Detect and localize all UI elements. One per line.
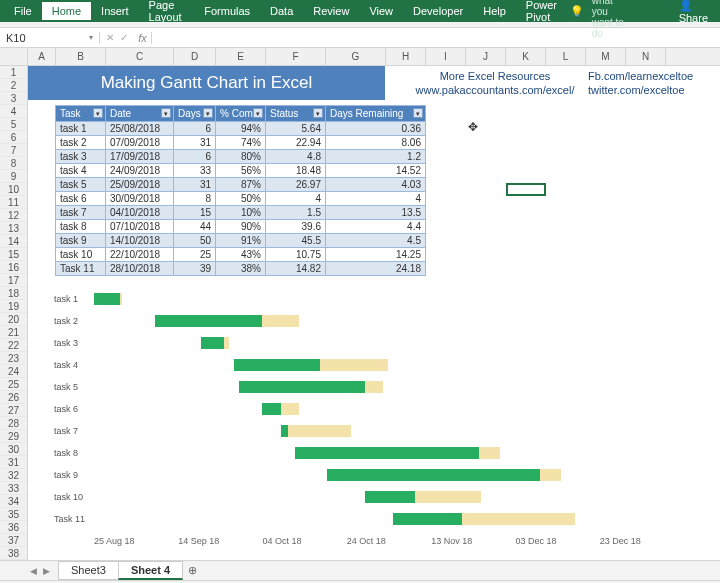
row-header-11[interactable]: 11 [0, 196, 27, 209]
table-cell[interactable]: 4.5 [326, 234, 426, 248]
check-icon[interactable]: ✓ [120, 32, 128, 43]
row-header-20[interactable]: 20 [0, 313, 27, 326]
table-cell[interactable]: 24.18 [326, 262, 426, 276]
table-cell[interactable]: 10.75 [266, 248, 326, 262]
table-cell[interactable]: task 2 [56, 136, 106, 150]
sheet-tab[interactable]: Sheet3 [58, 561, 119, 580]
table-row[interactable]: task 1022/10/20182543%10.7514.25 [56, 248, 426, 262]
table-cell[interactable]: task 7 [56, 206, 106, 220]
col-header-C[interactable]: C [106, 48, 174, 65]
table-cell[interactable]: 25/08/2018 [106, 122, 174, 136]
table-cell[interactable]: 45.5 [266, 234, 326, 248]
table-cell[interactable]: 17/09/2018 [106, 150, 174, 164]
table-row[interactable]: task 207/09/20183174%22.948.06 [56, 136, 426, 150]
table-cell[interactable]: 14.52 [326, 164, 426, 178]
table-cell[interactable]: 1.5 [266, 206, 326, 220]
table-cell[interactable]: task 5 [56, 178, 106, 192]
table-cell[interactable]: 74% [216, 136, 266, 150]
table-cell[interactable]: task 6 [56, 192, 106, 206]
ribbon-tab-data[interactable]: Data [260, 2, 303, 20]
table-header[interactable]: % Com▾ [216, 106, 266, 122]
table-cell[interactable]: 38% [216, 262, 266, 276]
table-cell[interactable]: 0.36 [326, 122, 426, 136]
table-cell[interactable]: 22.94 [266, 136, 326, 150]
table-cell[interactable]: 33 [174, 164, 216, 178]
row-header-2[interactable]: 2 [0, 79, 27, 92]
table-cell[interactable]: 50% [216, 192, 266, 206]
col-header-N[interactable]: N [626, 48, 666, 65]
row-header-10[interactable]: 10 [0, 183, 27, 196]
table-cell[interactable]: 04/10/2018 [106, 206, 174, 220]
table-row[interactable]: task 317/09/2018680%4.81.2 [56, 150, 426, 164]
row-header-4[interactable]: 4 [0, 105, 27, 118]
table-row[interactable]: task 525/09/20183187%26.974.03 [56, 178, 426, 192]
table-row[interactable]: Task 1128/10/20183938%14.8224.18 [56, 262, 426, 276]
table-cell[interactable]: task 1 [56, 122, 106, 136]
ribbon-tab-insert[interactable]: Insert [91, 2, 139, 20]
row-header-7[interactable]: 7 [0, 144, 27, 157]
col-header-E[interactable]: E [216, 48, 266, 65]
row-header-37[interactable]: 37 [0, 534, 27, 547]
table-header[interactable]: Date▾ [106, 106, 174, 122]
row-header-12[interactable]: 12 [0, 209, 27, 222]
filter-dropdown-icon[interactable]: ▾ [413, 108, 423, 118]
row-header-16[interactable]: 16 [0, 261, 27, 274]
row-header-21[interactable]: 21 [0, 326, 27, 339]
table-cell[interactable]: 5.64 [266, 122, 326, 136]
row-header-23[interactable]: 23 [0, 352, 27, 365]
row-header-5[interactable]: 5 [0, 118, 27, 131]
col-header-J[interactable]: J [466, 48, 506, 65]
table-cell[interactable]: 8 [174, 192, 216, 206]
row-header-22[interactable]: 22 [0, 339, 27, 352]
row-header-34[interactable]: 34 [0, 495, 27, 508]
table-cell[interactable]: 6 [174, 122, 216, 136]
ribbon-tab-file[interactable]: File [4, 2, 42, 20]
row-header-6[interactable]: 6 [0, 131, 27, 144]
table-cell[interactable]: task 10 [56, 248, 106, 262]
filter-dropdown-icon[interactable]: ▾ [161, 108, 171, 118]
filter-dropdown-icon[interactable]: ▾ [313, 108, 323, 118]
table-cell[interactable]: 1.2 [326, 150, 426, 164]
row-header-1[interactable]: 1 [0, 66, 27, 79]
add-sheet-button[interactable]: ⊕ [182, 564, 202, 577]
table-cell[interactable]: 56% [216, 164, 266, 178]
cells[interactable]: Making Gantt Chart in Excel More Excel R… [28, 66, 720, 560]
row-header-24[interactable]: 24 [0, 365, 27, 378]
filter-dropdown-icon[interactable]: ▾ [253, 108, 263, 118]
table-row[interactable]: task 914/10/20185091%45.54.5 [56, 234, 426, 248]
col-header-K[interactable]: K [506, 48, 546, 65]
row-header-31[interactable]: 31 [0, 456, 27, 469]
row-header-13[interactable]: 13 [0, 222, 27, 235]
table-cell[interactable]: 28/10/2018 [106, 262, 174, 276]
name-box-dropdown-icon[interactable]: ▾ [89, 33, 93, 42]
row-header-38[interactable]: 38 [0, 547, 27, 560]
row-header-8[interactable]: 8 [0, 157, 27, 170]
table-header[interactable]: Days Remaining▾ [326, 106, 426, 122]
table-cell[interactable]: 25 [174, 248, 216, 262]
table-cell[interactable]: 43% [216, 248, 266, 262]
table-cell[interactable]: 26.97 [266, 178, 326, 192]
col-header-D[interactable]: D [174, 48, 216, 65]
table-cell[interactable]: 80% [216, 150, 266, 164]
ribbon-tab-page-layout[interactable]: Page Layout [139, 0, 195, 26]
prev-sheet-icon[interactable]: ◀ [30, 566, 37, 576]
table-cell[interactable]: 6 [174, 150, 216, 164]
table-cell[interactable]: 22/10/2018 [106, 248, 174, 262]
table-cell[interactable]: task 9 [56, 234, 106, 248]
table-cell[interactable]: 4.4 [326, 220, 426, 234]
col-header-A[interactable]: A [28, 48, 56, 65]
ribbon-tab-help[interactable]: Help [473, 2, 516, 20]
table-cell[interactable]: 4.8 [266, 150, 326, 164]
row-header-32[interactable]: 32 [0, 469, 27, 482]
ribbon-tab-review[interactable]: Review [303, 2, 359, 20]
col-header-G[interactable]: G [326, 48, 386, 65]
row-header-9[interactable]: 9 [0, 170, 27, 183]
table-cell[interactable]: Task 11 [56, 262, 106, 276]
ribbon-tab-home[interactable]: Home [42, 2, 91, 20]
next-sheet-icon[interactable]: ▶ [43, 566, 50, 576]
table-header[interactable]: Status▾ [266, 106, 326, 122]
table-cell[interactable]: 18.48 [266, 164, 326, 178]
sheet-tab[interactable]: Sheet 4 [118, 561, 183, 580]
col-header-B[interactable]: B [56, 48, 106, 65]
data-table[interactable]: Task▾Date▾Days▾% Com▾Status▾Days Remaini… [55, 105, 426, 276]
